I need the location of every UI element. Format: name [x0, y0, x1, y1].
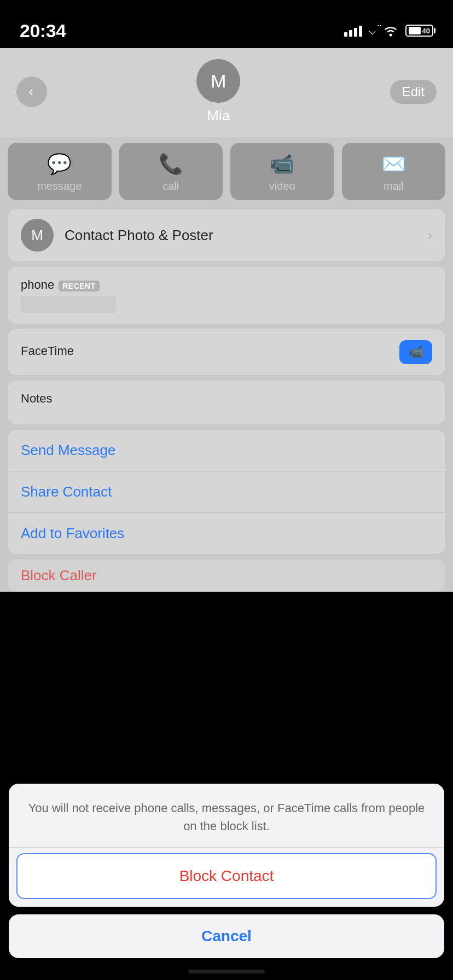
message-icon: 💬	[47, 153, 72, 176]
video-label: video	[269, 180, 295, 192]
action-list: Send Message Share Contact Add to Favori…	[8, 430, 445, 554]
edit-button[interactable]: Edit	[390, 80, 437, 104]
phone-label: phone	[21, 278, 54, 292]
alert-card: You will not receive phone calls, messag…	[9, 784, 444, 907]
call-label: call	[162, 180, 179, 192]
block-contact-button[interactable]: Block Contact	[16, 853, 437, 899]
contact-name: Mia	[207, 107, 230, 124]
battery-icon: 40	[405, 25, 433, 37]
mail-button[interactable]: ✉️ mail	[342, 143, 446, 200]
contact-photo-label: Contact Photo & Poster	[65, 227, 213, 244]
phone-section: phone RECENT +	[8, 267, 445, 324]
contact-info: M Mia	[196, 59, 240, 124]
facetime-section: FaceTime 📹	[8, 329, 445, 375]
call-button[interactable]: 📞 call	[119, 143, 223, 200]
message-button[interactable]: 💬 message	[8, 143, 112, 200]
status-bar: 20:34 ⌵̈ 40	[0, 0, 453, 48]
video-icon: 📹	[270, 153, 294, 176]
battery-level: 40	[422, 27, 430, 35]
block-caller-item[interactable]: Block Caller	[8, 559, 445, 592]
share-contact-item[interactable]: Share Contact	[8, 471, 445, 513]
contact-background: ‹ M Mia Edit 💬 message 📞 call 📹 video ✉️…	[0, 48, 453, 592]
mail-label: mail	[384, 180, 404, 192]
contact-header: ‹ M Mia Edit	[0, 48, 453, 137]
wifi-icon: ⌵̈	[369, 24, 376, 38]
video-button[interactable]: 📹 video	[230, 143, 334, 200]
alert-message: You will not receive phone calls, messag…	[9, 784, 444, 848]
recent-badge: RECENT	[59, 281, 100, 291]
avatar: M	[196, 59, 240, 103]
send-message-item[interactable]: Send Message	[8, 430, 445, 471]
phone-value[interactable]: +	[21, 298, 432, 313]
status-icons: ⌵̈ 40	[344, 24, 433, 38]
avatar-small: M	[21, 219, 54, 252]
add-to-favorites-item[interactable]: Add to Favorites	[8, 513, 445, 554]
alert-overlay: You will not receive phone calls, messag…	[0, 784, 453, 980]
cancel-button[interactable]: Cancel	[9, 914, 444, 958]
wifi-icon	[382, 25, 399, 37]
facetime-label: FaceTime	[21, 344, 74, 358]
action-buttons-row: 💬 message 📞 call 📹 video ✉️ mail	[0, 137, 453, 209]
status-time: 20:34	[20, 20, 66, 42]
svg-point-0	[389, 34, 392, 37]
message-label: message	[37, 180, 82, 192]
back-button[interactable]: ‹	[16, 77, 47, 107]
notes-section: Notes	[8, 381, 445, 424]
facetime-video-icon: 📹	[409, 345, 423, 359]
notes-label: Notes	[21, 392, 52, 405]
signal-icon	[344, 25, 362, 37]
call-icon: 📞	[159, 153, 183, 176]
mail-icon: ✉️	[381, 153, 406, 176]
chevron-right-icon: ›	[428, 228, 432, 243]
facetime-button[interactable]: 📹	[399, 340, 432, 364]
contact-photo-poster-section[interactable]: M Contact Photo & Poster ›	[8, 209, 445, 261]
facetime-row: FaceTime 📹	[21, 340, 432, 364]
back-chevron-icon: ‹	[28, 83, 33, 100]
